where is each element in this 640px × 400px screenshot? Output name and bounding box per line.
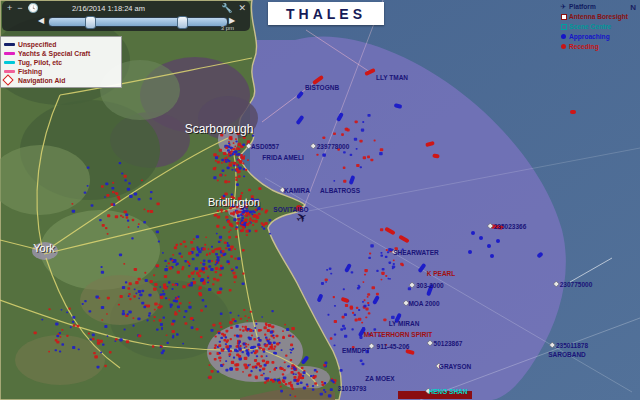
track-dot[interactable]	[219, 274, 222, 277]
track-dot[interactable]	[290, 352, 292, 354]
track-dot[interactable]	[324, 391, 326, 393]
track-dot[interactable]	[267, 340, 270, 343]
track-dot[interactable]	[219, 360, 221, 362]
track-dot[interactable]	[107, 233, 109, 235]
track-dot[interactable]	[215, 264, 217, 266]
track-dot[interactable]	[225, 369, 228, 372]
track-dot[interactable]	[166, 265, 168, 267]
track-dot[interactable]	[114, 340, 116, 342]
track-dot[interactable]	[248, 317, 250, 319]
track-dot[interactable]	[260, 329, 262, 331]
track-dot[interactable]	[221, 159, 224, 161]
track-dot[interactable]	[206, 253, 208, 255]
track-dot[interactable]	[233, 218, 236, 221]
track-dot[interactable]	[223, 339, 226, 341]
track-dot[interactable]	[241, 351, 243, 353]
track-dot[interactable]	[256, 355, 258, 357]
track-dot[interactable]	[72, 321, 74, 323]
track-dot[interactable]	[255, 323, 257, 325]
track-dot[interactable]	[153, 316, 155, 318]
track-dot[interactable]	[376, 293, 379, 296]
track-dot[interactable]	[82, 303, 84, 305]
track-dot[interactable]	[224, 174, 226, 176]
track-dot[interactable]	[266, 361, 269, 364]
track-dot[interactable]	[217, 161, 220, 164]
track-dot[interactable]	[87, 185, 89, 187]
track-dot[interactable]	[101, 185, 104, 188]
track-dot[interactable]	[252, 350, 254, 352]
track-dot[interactable]	[66, 312, 68, 314]
track-dot[interactable]	[330, 337, 333, 339]
track-dot[interactable]	[115, 338, 118, 340]
track-dot[interactable]	[188, 306, 191, 309]
track-dot[interactable]	[356, 164, 359, 167]
track-dot[interactable]	[171, 288, 173, 290]
track-dot[interactable]	[354, 138, 357, 141]
track-dot[interactable]	[343, 327, 346, 330]
vessel-track-marker[interactable]	[468, 250, 472, 254]
track-dot[interactable]	[171, 323, 174, 326]
track-dot[interactable]	[161, 328, 163, 330]
track-dot[interactable]	[316, 154, 318, 156]
track-dot[interactable]	[323, 389, 325, 391]
track-dot[interactable]	[242, 162, 244, 164]
track-dot[interactable]	[105, 227, 107, 229]
track-dot[interactable]	[225, 345, 228, 348]
track-dot[interactable]	[230, 326, 233, 329]
track-dot[interactable]	[148, 314, 151, 316]
track-dot[interactable]	[158, 241, 160, 243]
track-dot[interactable]	[152, 345, 155, 347]
track-dot[interactable]	[227, 244, 230, 247]
track-dot[interactable]	[356, 148, 358, 150]
track-dot[interactable]	[330, 273, 332, 275]
track-dot[interactable]	[226, 339, 229, 342]
track-dot[interactable]	[217, 180, 219, 182]
track-dot[interactable]	[173, 300, 176, 302]
track-dot[interactable]	[131, 237, 133, 239]
track-dot[interactable]	[207, 248, 209, 250]
track-dot[interactable]	[119, 338, 122, 341]
track-dot[interactable]	[129, 298, 131, 300]
track-dot[interactable]	[216, 225, 219, 228]
track-dot[interactable]	[222, 169, 225, 171]
track-dot[interactable]	[340, 328, 343, 331]
track-dot[interactable]	[213, 153, 217, 156]
track-dot[interactable]	[344, 313, 347, 316]
track-dot[interactable]	[216, 259, 219, 262]
track-dot[interactable]	[182, 343, 184, 345]
track-dot[interactable]	[246, 234, 248, 236]
track-dot[interactable]	[143, 306, 146, 309]
track-dot[interactable]	[198, 274, 201, 277]
track-dot[interactable]	[241, 222, 244, 224]
track-dot[interactable]	[215, 160, 217, 162]
track-dot[interactable]	[225, 216, 228, 219]
track-dot[interactable]	[289, 394, 291, 396]
track-dot[interactable]	[146, 304, 150, 307]
track-dot[interactable]	[153, 287, 157, 290]
track-dot[interactable]	[225, 360, 227, 362]
track-dot[interactable]	[234, 320, 237, 322]
track-dot[interactable]	[218, 344, 221, 347]
track-dot[interactable]	[132, 317, 134, 319]
track-dot[interactable]	[387, 251, 389, 253]
track-dot[interactable]	[261, 222, 264, 224]
vessel-track-marker[interactable]	[471, 231, 475, 235]
track-dot[interactable]	[232, 272, 235, 275]
track-dot[interactable]	[235, 236, 238, 238]
track-dot[interactable]	[236, 335, 238, 337]
track-dot[interactable]	[333, 132, 336, 135]
track-dot[interactable]	[300, 382, 303, 384]
track-dot[interactable]	[204, 244, 206, 246]
track-dot[interactable]	[228, 181, 230, 183]
track-dot[interactable]	[259, 365, 262, 368]
track-dot[interactable]	[291, 388, 294, 390]
track-dot[interactable]	[165, 297, 167, 299]
track-dot[interactable]	[229, 144, 231, 146]
track-dot[interactable]	[238, 341, 241, 343]
track-dot[interactable]	[107, 297, 110, 300]
track-dot[interactable]	[379, 152, 383, 155]
track-dot[interactable]	[376, 270, 378, 272]
track-dot[interactable]	[284, 361, 286, 363]
track-dot[interactable]	[245, 346, 247, 348]
track-dot[interactable]	[170, 306, 172, 308]
